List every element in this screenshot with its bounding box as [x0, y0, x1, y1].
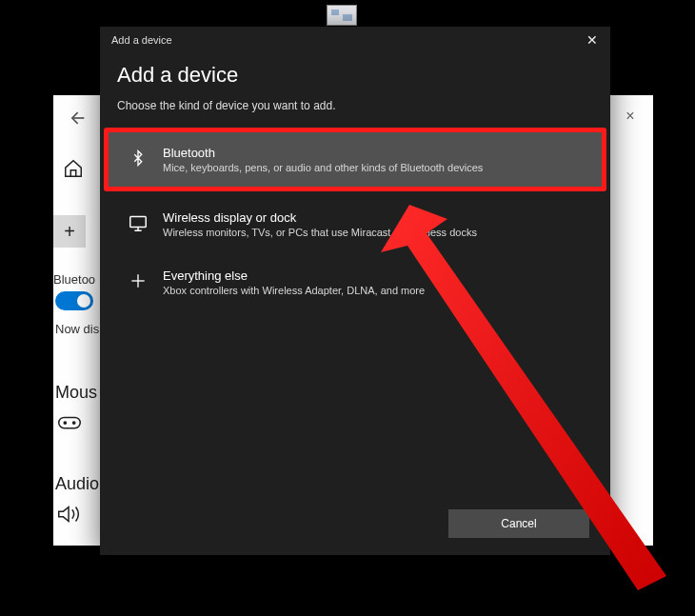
option-wireless-display-desc: Wireless monitors, TVs, or PCs that use …	[163, 227, 477, 238]
dialog-title-bar: Add a device ✕	[100, 27, 610, 53]
bluetooth-icon	[127, 147, 149, 169]
back-arrow-icon[interactable]	[67, 109, 86, 128]
dialog-subheading: Choose the kind of device you want to ad…	[117, 99, 593, 112]
dialog-heading: Add a device	[117, 63, 593, 88]
monitor-icon	[127, 211, 149, 234]
svg-rect-0	[59, 417, 81, 427]
home-icon[interactable]	[63, 158, 86, 181]
speaker-icon	[55, 503, 84, 526]
add-device-button[interactable]: +	[53, 215, 86, 248]
svg-rect-3	[130, 217, 147, 228]
option-everything-else-title: Everything else	[163, 268, 425, 283]
cancel-button[interactable]: Cancel	[448, 509, 589, 538]
taskbar-thumbnail	[327, 5, 357, 26]
bluetooth-toggle[interactable]	[55, 291, 93, 310]
audio-section-heading: Audio	[55, 474, 99, 494]
option-bluetooth-desc: Mice, keyboards, pens, or audio and othe…	[163, 162, 483, 173]
now-discoverable-label: Now dis	[55, 322, 99, 336]
svg-point-1	[64, 422, 66, 424]
bluetooth-label: Bluetoo	[53, 272, 95, 287]
close-button[interactable]: ×	[621, 107, 640, 126]
dialog-close-button[interactable]: ✕	[586, 33, 599, 47]
gamepad-icon	[55, 411, 84, 434]
option-bluetooth[interactable]: Bluetooth Mice, keyboards, pens, or audi…	[104, 128, 606, 191]
option-wireless-display-title: Wireless display or dock	[163, 210, 477, 225]
option-bluetooth-title: Bluetooth	[163, 146, 483, 160]
option-wireless-display[interactable]: Wireless display or dock Wireless monito…	[117, 199, 593, 249]
option-everything-else-desc: Xbox controllers with Wireless Adapter, …	[163, 285, 425, 296]
option-everything-else[interactable]: Everything else Xbox controllers with Wi…	[117, 257, 593, 308]
mouse-section-heading: Mous	[55, 383, 97, 403]
dialog-window-title: Add a device	[111, 34, 172, 46]
svg-point-2	[73, 422, 75, 424]
plus-icon	[127, 269, 149, 292]
add-device-dialog: Add a device ✕ Add a device Choose the k…	[100, 27, 610, 555]
